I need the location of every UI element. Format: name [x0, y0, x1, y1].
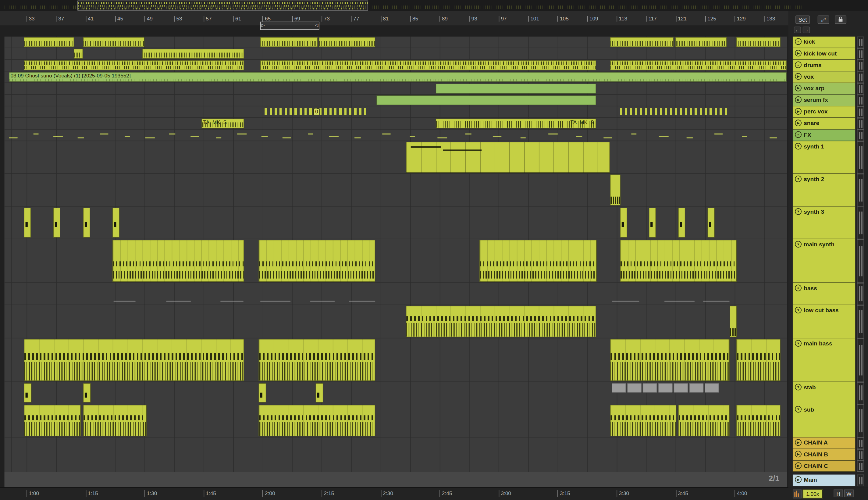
track-header-vox[interactable]: ▶vox	[793, 71, 855, 83]
clip[interactable]	[659, 136, 669, 137]
track-lane-bass[interactable]	[4, 283, 787, 305]
clip[interactable]	[53, 136, 63, 137]
clip[interactable]	[315, 383, 323, 403]
clip[interactable]	[145, 137, 155, 138]
clip[interactable]	[658, 383, 673, 393]
clip[interactable]	[100, 134, 108, 135]
clip[interactable]	[261, 136, 268, 137]
play-track-icon[interactable]: ▶	[795, 439, 801, 446]
clip[interactable]	[24, 405, 81, 436]
clip[interactable]	[260, 300, 291, 302]
track-header-serum-fx[interactable]: ▶serum fx	[793, 95, 855, 106]
clip[interactable]	[53, 208, 60, 238]
clip[interactable]	[610, 37, 674, 47]
fold-track-icon[interactable]: ▼	[795, 406, 801, 412]
meter-display-icon[interactable]	[793, 490, 801, 499]
play-track-icon[interactable]: ▶	[795, 476, 801, 483]
clip[interactable]	[689, 383, 703, 393]
track-header-main[interactable]: ▶Main	[793, 475, 855, 486]
clip[interactable]	[612, 383, 626, 393]
clip[interactable]	[258, 383, 266, 403]
track-header-perc-vox[interactable]: ▶perc vox	[793, 106, 855, 118]
clip[interactable]	[548, 134, 558, 135]
clip[interactable]	[620, 108, 728, 115]
clip[interactable]: 03.09 Ghost suno (Vocals) (1) [2025-09-0…	[9, 72, 787, 82]
clip[interactable]	[612, 300, 639, 302]
track-header-chain-c[interactable]: ▶CHAIN C	[793, 461, 855, 471]
time-ruler[interactable]: 1:001:151:301:452:002:152:302:453:003:15…	[0, 487, 868, 500]
clip[interactable]	[730, 306, 737, 338]
lines-track-icon[interactable]: ≡	[795, 38, 801, 45]
height-zoom-button[interactable]: H	[834, 490, 843, 497]
clip[interactable]	[33, 134, 39, 135]
clip[interactable]	[258, 240, 375, 282]
clip[interactable]	[610, 405, 676, 436]
clip[interactable]	[237, 134, 247, 135]
track-header-main-bass[interactable]: ▼main bass	[793, 338, 855, 382]
clip[interactable]: TA_MK_S	[436, 118, 596, 129]
clip[interactable]	[220, 300, 244, 302]
clip[interactable]	[258, 405, 375, 436]
clip[interactable]	[436, 83, 596, 94]
clip[interactable]	[620, 240, 737, 282]
fold-track-icon[interactable]: ▼	[795, 208, 801, 215]
clip[interactable]	[603, 137, 612, 138]
clip[interactable]	[169, 134, 175, 135]
clip[interactable]	[643, 383, 657, 393]
clip[interactable]	[260, 60, 596, 70]
clip[interactable]	[736, 37, 780, 47]
arrangement-area[interactable]: 03.09 Ghost suno (Vocals) (1) [2025-09-0…	[4, 37, 787, 472]
overview-viewport-box[interactable]	[78, 1, 368, 11]
clip[interactable]	[78, 137, 84, 138]
clip[interactable]	[382, 134, 391, 135]
fold-track-icon[interactable]: ▼	[795, 340, 801, 346]
clip[interactable]	[142, 49, 244, 59]
clip[interactable]	[166, 300, 191, 302]
track-lane-synth-1[interactable]	[4, 141, 787, 174]
lines-track-icon[interactable]: ≡	[795, 61, 801, 68]
clip[interactable]	[769, 137, 777, 138]
clip[interactable]	[437, 137, 448, 138]
track-lane-fx[interactable]	[4, 129, 787, 141]
clip[interactable]	[675, 37, 727, 47]
bar-ruler[interactable]: 3337414549535761656973778185899397101105…	[0, 11, 868, 26]
clip[interactable]	[83, 37, 144, 47]
loop-brace[interactable]: ▷ ◁	[260, 22, 320, 30]
playback-speed-box[interactable]: 1.00x	[803, 490, 823, 499]
clip[interactable]	[125, 136, 130, 137]
clip[interactable]	[24, 37, 74, 47]
clip[interactable]	[83, 383, 91, 403]
clip[interactable]	[319, 37, 375, 47]
clip[interactable]	[354, 137, 361, 138]
clip[interactable]	[190, 136, 199, 137]
clip[interactable]	[610, 339, 730, 381]
clip[interactable]	[678, 208, 685, 238]
clip[interactable]	[703, 300, 730, 302]
track-header-chain-a[interactable]: ▶CHAIN A	[793, 438, 855, 449]
clip[interactable]	[465, 134, 472, 135]
clip[interactable]	[216, 137, 221, 138]
clip[interactable]	[736, 339, 780, 381]
clip[interactable]	[24, 60, 244, 70]
clip[interactable]	[349, 300, 375, 302]
width-zoom-button[interactable]: W	[844, 490, 854, 497]
clip[interactable]	[406, 142, 610, 173]
clip[interactable]	[74, 49, 83, 59]
track-header-sub[interactable]: ▼sub	[793, 404, 855, 438]
clip[interactable]	[310, 300, 335, 302]
horizontal-scrollbar[interactable]: 2/1	[4, 471, 787, 487]
loop-start-handle-icon[interactable]: ▷	[261, 22, 265, 29]
track-lane-low-cut-bass[interactable]	[4, 305, 787, 338]
track-header-synth-3[interactable]: ▼synth 3	[793, 206, 855, 239]
clip[interactable]	[664, 300, 695, 302]
clip[interactable]	[83, 208, 90, 238]
clip[interactable]	[620, 208, 627, 238]
track-header-stab[interactable]: ▼stab	[793, 382, 855, 404]
track-header-main-synth[interactable]: ▼main synth	[793, 239, 855, 283]
track-header-snare[interactable]: ▶snare	[793, 118, 855, 129]
track-lane-snare[interactable]: TA_MK_STA_MK_S	[4, 118, 787, 129]
track-header-chain-b[interactable]: ▶CHAIN B	[793, 449, 855, 461]
fold-track-icon[interactable]: ▼	[795, 175, 801, 182]
clip[interactable]	[24, 383, 31, 403]
clip[interactable]	[377, 95, 596, 105]
